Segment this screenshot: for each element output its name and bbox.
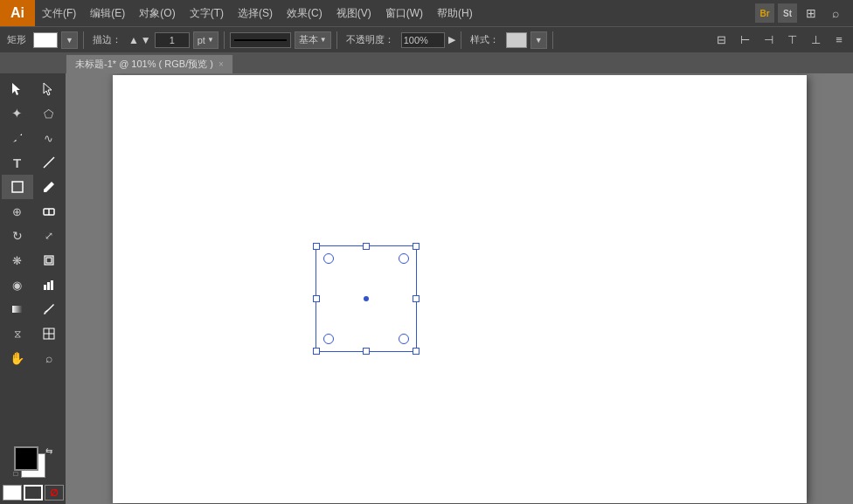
handle-tr[interactable] (413, 243, 420, 250)
chart-tool[interactable] (33, 273, 65, 297)
opacity-label: 不透明度： (343, 33, 398, 46)
tool-row-4: T (2, 150, 65, 175)
curvature-tool[interactable]: ∿ (33, 126, 65, 150)
stroke-down-icon[interactable]: ▼ (141, 34, 151, 46)
selected-rectangle[interactable] (316, 245, 417, 352)
menu-select[interactable]: 选择(S) (231, 0, 280, 26)
stroke-up-icon[interactable]: ▲ (128, 34, 139, 46)
toolbox-bottom: ⇆ □ ∅ (0, 443, 66, 504)
menu-file[interactable]: 文件(F) (35, 0, 83, 26)
style-dropdown[interactable]: ▼ (531, 31, 547, 49)
fill-color-swatch[interactable] (33, 32, 58, 48)
tool-row-1 (2, 77, 65, 101)
menu-bar: Ai 文件(F) 编辑(E) 对象(O) 文字(T) 选择(S) 效果(C) 视… (0, 0, 853, 26)
svg-line-2 (44, 157, 54, 168)
corner-circle-bl (323, 334, 334, 344)
corner-circle-br (399, 334, 409, 344)
pen-tool[interactable] (2, 126, 33, 150)
swap-colors-icon[interactable]: ⇆ (45, 446, 52, 456)
symbol-tool[interactable]: ◉ (2, 273, 33, 297)
eraser-tool[interactable] (33, 199, 65, 224)
app-logo: Ai (0, 0, 35, 26)
eyedropper-tool[interactable] (33, 297, 65, 321)
stroke-mode-row: ∅ (3, 485, 64, 501)
svg-marker-1 (44, 83, 52, 95)
default-colors-icon[interactable]: □ (14, 470, 18, 478)
select-tool[interactable] (2, 77, 33, 101)
stock-icon[interactable]: St (778, 3, 797, 23)
sep2 (224, 31, 225, 49)
handle-br[interactable] (413, 348, 420, 355)
menu-object[interactable]: 对象(O) (132, 0, 182, 26)
bridge-icon[interactable]: Br (755, 3, 774, 23)
workspace-icon[interactable]: ⊞ (801, 3, 822, 24)
more-icon[interactable]: ≡ (829, 30, 850, 51)
lasso-tool[interactable]: ⬠ (33, 101, 65, 126)
free-transform-tool[interactable] (33, 248, 65, 273)
mesh-tool[interactable] (33, 321, 65, 346)
tool-row-9: ◉ (2, 273, 65, 297)
tab-close-button[interactable]: × (218, 59, 224, 69)
text-tool[interactable]: T (2, 150, 33, 175)
zoom-tool[interactable]: ⌕ (33, 346, 65, 370)
svg-rect-10 (51, 280, 53, 290)
pencil-tool[interactable] (33, 175, 65, 199)
stroke-style-preview[interactable] (230, 32, 291, 48)
sep4 (461, 31, 461, 49)
align-center-icon[interactable]: ⊣ (758, 30, 779, 51)
tool-row-8: ❋ (2, 248, 65, 273)
handle-mb[interactable] (363, 348, 370, 355)
warp-tool[interactable]: ❋ (2, 248, 33, 273)
opacity-input[interactable] (401, 32, 445, 48)
canvas-area[interactable] (66, 73, 853, 504)
handle-mt[interactable] (363, 243, 370, 250)
stroke-size-input[interactable] (155, 32, 190, 48)
shape-type-label: 矩形 (3, 33, 30, 46)
artboard-icon[interactable]: ⊟ (711, 30, 732, 51)
options-toolbar: 矩形 ▼ 描边： ▲ ▼ pt ▼ 基本 ▼ 不透明度： ▶ 样式： ▼ ⊟ ⊢… (0, 26, 853, 52)
align-left-icon[interactable]: ⊢ (734, 30, 755, 51)
tool-row-7: ↻ ⤢ (2, 224, 65, 248)
stroke-style-dropdown[interactable]: 基本 ▼ (295, 31, 331, 49)
rect-tool[interactable] (2, 175, 33, 199)
direct-select-tool[interactable] (33, 77, 65, 101)
sep1 (83, 31, 84, 49)
paint-bucket-tool[interactable]: ⊕ (2, 199, 33, 224)
document-tab[interactable]: 未标题-1* @ 101% ( RGB/预览 ) × (66, 54, 233, 73)
tool-row-12: ✋ ⌕ (2, 346, 65, 370)
hand-tool[interactable]: ✋ (2, 346, 33, 370)
rotate-tool[interactable]: ↻ (2, 224, 33, 248)
distribute-icon[interactable]: ⊥ (805, 30, 826, 51)
menu-effect[interactable]: 效果(C) (280, 0, 329, 26)
stroke-mode-btn[interactable] (24, 485, 43, 501)
svg-rect-3 (12, 182, 23, 192)
fill-mode-btn[interactable] (3, 485, 22, 501)
menu-help[interactable]: 帮助(H) (430, 0, 480, 26)
menu-window[interactable]: 窗口(W) (378, 0, 430, 26)
sep5 (552, 31, 553, 49)
line-tool[interactable] (33, 150, 65, 175)
menu-text[interactable]: 文字(T) (183, 0, 231, 26)
align-right-icon[interactable]: ⊤ (781, 30, 802, 51)
menu-edit[interactable]: 编辑(E) (83, 0, 132, 26)
stroke-unit-dropdown[interactable]: pt ▼ (193, 31, 218, 49)
handle-bl[interactable] (313, 348, 320, 355)
opacity-expand-icon[interactable]: ▶ (448, 34, 455, 45)
handle-ml[interactable] (313, 295, 320, 302)
none-mode-btn[interactable]: ∅ (45, 485, 64, 501)
handle-tl[interactable] (313, 243, 320, 250)
fill-dropdown[interactable]: ▼ (61, 31, 78, 49)
handle-mr[interactable] (413, 295, 420, 302)
style-swatch[interactable] (506, 32, 527, 48)
sep3 (336, 31, 337, 49)
menu-view[interactable]: 视图(V) (329, 0, 378, 26)
gradient-tool[interactable] (2, 297, 33, 321)
search-app-icon[interactable]: ⌕ (825, 3, 846, 24)
fill-color-swatch-main[interactable] (14, 446, 38, 471)
svg-rect-9 (47, 282, 50, 290)
magic-wand-tool[interactable]: ✦ (2, 101, 33, 126)
canvas (113, 75, 807, 503)
tool-row-5 (2, 175, 65, 199)
scale-tool[interactable]: ⤢ (33, 224, 65, 248)
blend-tool[interactable]: ⧖ (2, 321, 33, 346)
